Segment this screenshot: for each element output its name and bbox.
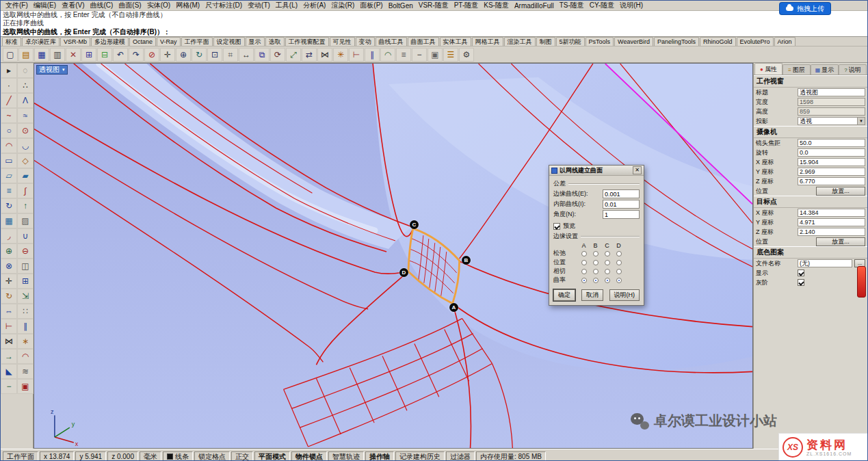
toolbar-tab[interactable]: 实体工具 (440, 37, 471, 46)
copy-icon[interactable]: ⊞ (81, 48, 96, 62)
toolbar-tab[interactable]: 多边形建模 (91, 37, 129, 46)
drape-icon[interactable]: ▨ (17, 213, 34, 228)
menu-item[interactable]: 查看(V) (59, 1, 87, 10)
preview-checkbox[interactable] (553, 223, 560, 230)
edge-radio-a[interactable] (578, 260, 590, 265)
undo-icon[interactable]: ↶ (113, 48, 128, 62)
wallpaper-show-checkbox[interactable] (798, 269, 804, 276)
menu-item[interactable]: BoltGen (386, 2, 416, 10)
polyline-icon[interactable]: Λ (17, 93, 34, 108)
chamfer-icon[interactable]: ◣ (1, 364, 17, 379)
toolbar-tab[interactable]: 显示 (246, 37, 265, 46)
arc-icon[interactable]: ◠ (1, 138, 17, 153)
scale-icon[interactable]: ⇲ (17, 289, 34, 304)
explode-icon[interactable]: ✳ (333, 48, 348, 62)
ok-button[interactable]: 确定 (553, 289, 575, 301)
toolbar-tab[interactable]: 选取 (265, 37, 285, 46)
offset-icon[interactable]: ≋ (17, 364, 34, 379)
polygon-icon[interactable]: ◇ (17, 153, 34, 168)
blendsrf-icon[interactable]: ∪ (17, 228, 34, 243)
ellipse-icon[interactable]: ⊙ (17, 123, 34, 138)
fillet-icon[interactable]: ◠ (380, 48, 395, 62)
toolbar-tab[interactable]: 变动 (356, 37, 375, 46)
toolbar-tab[interactable]: RhinoGold (700, 37, 736, 46)
toolbar-tab[interactable]: 渲染工具 (504, 37, 536, 46)
line-icon[interactable]: ╱ (1, 93, 17, 108)
status-toggle[interactable]: 记录建构历史 (395, 451, 445, 461)
menu-item[interactable]: 工具(L) (273, 1, 300, 10)
toolbar-tab[interactable]: 设定视图 (213, 37, 245, 46)
split-icon[interactable]: ∥ (17, 319, 34, 334)
plane-icon[interactable]: ▰ (17, 168, 34, 183)
tab-layers[interactable]: ≡图层 (782, 64, 811, 75)
offset-icon[interactable]: ≡ (396, 48, 411, 62)
lock-icon[interactable]: ▣ (17, 379, 34, 394)
camera-place-button[interactable]: 放置... (816, 187, 865, 196)
union-icon[interactable]: ⊕ (1, 243, 17, 259)
copy-icon[interactable]: ⊞ (17, 274, 34, 289)
perspective-viewport[interactable]: z x y 透视图 ▾ C B D A 以网线建立曲面 ✕ (34, 63, 753, 449)
menu-item[interactable]: 网格(M) (173, 1, 202, 10)
status-toggle[interactable]: 平面模式 (254, 451, 290, 461)
status-toggle[interactable]: 操作轴 (365, 451, 394, 461)
loft-icon[interactable]: ≡ (1, 183, 17, 198)
status-toggle[interactable]: 锁定格点 (194, 451, 230, 461)
extrude-icon[interactable]: ↑ (17, 198, 34, 213)
edge-radio-a[interactable] (578, 251, 590, 256)
lasso-icon[interactable]: ◌ (17, 63, 34, 78)
camera-value-field[interactable]: 6.770 (798, 177, 865, 185)
mesh-icon[interactable]: ◫ (17, 259, 34, 274)
viewport-title-tab[interactable]: 透视图 ▾ (36, 65, 68, 75)
viewport-title-field[interactable]: 透视图 (798, 88, 865, 96)
camera-value-field[interactable]: 0.0 (798, 148, 865, 157)
target-value-field[interactable]: 14.384 (798, 209, 865, 217)
edge-radio-d[interactable] (613, 251, 624, 256)
target-place-button[interactable]: 放置... (816, 237, 865, 246)
arc3pt-icon[interactable]: ◡ (17, 138, 34, 153)
tab-help[interactable]: ?说明 (839, 64, 867, 75)
angle-input[interactable] (603, 210, 640, 219)
command-prompt[interactable]: 选取网线中的曲线，按 Enter 完成（不自动排序(B)）： (1, 27, 867, 36)
projection-dropdown[interactable]: 透视▼ (798, 117, 865, 125)
edge-radio-b[interactable] (590, 278, 601, 283)
help-button[interactable]: 说明(H) (609, 289, 640, 301)
wallpaper-gray-checkbox[interactable] (798, 279, 804, 286)
join-icon[interactable]: ⋈ (317, 48, 332, 62)
edge-radio-c[interactable] (601, 251, 613, 256)
toolbar-tab[interactable]: EvolutePro (737, 37, 774, 46)
delete-icon[interactable]: ⊘ (144, 48, 159, 62)
extend-icon[interactable]: → (1, 349, 17, 364)
menu-item[interactable]: VSR-随意 (416, 1, 451, 10)
curve-icon[interactable]: ~ (1, 108, 17, 123)
camera-value-field[interactable]: 2.969 (798, 168, 865, 176)
points-icon[interactable]: ∴ (17, 78, 34, 93)
scale-icon[interactable]: ⤢ (286, 48, 301, 62)
circle-icon[interactable]: ○ (1, 123, 17, 138)
camera-value-field[interactable]: 50.0 (798, 139, 865, 147)
mirror-icon[interactable]: ⇔ (1, 304, 17, 319)
target-value-field[interactable]: 4.971 (798, 218, 865, 226)
edge-radio-a[interactable] (578, 269, 590, 274)
open-file-icon[interactable]: ▤ (18, 48, 34, 62)
menu-item[interactable]: TS-随意 (557, 1, 587, 10)
split-icon[interactable]: ∥ (365, 48, 380, 62)
trim-icon[interactable]: ⊢ (349, 48, 364, 62)
menu-item[interactable]: 实体(O) (144, 1, 173, 10)
layer-icon[interactable]: ☰ (443, 48, 458, 62)
rotate-icon[interactable]: ↻ (1, 289, 17, 304)
paste-icon[interactable]: ⊟ (97, 48, 112, 62)
redo-icon[interactable]: ↷ (129, 48, 144, 62)
mirror-icon[interactable]: ⇄ (302, 48, 317, 62)
toolbar-tab[interactable]: 标准 (2, 37, 21, 46)
explode-icon[interactable]: ∗ (17, 334, 34, 349)
move-icon[interactable]: ↔ (239, 48, 254, 62)
new-file-icon[interactable]: ▢ (3, 48, 18, 62)
menu-item[interactable]: 编辑(E) (31, 1, 59, 10)
menu-item[interactable]: 文件(F) (3, 1, 31, 10)
toolbar-tab[interactable]: Arion (774, 37, 795, 46)
toolbar-tab[interactable]: 可见性 (330, 37, 355, 46)
tab-display[interactable]: ▦显示 (811, 64, 839, 75)
zoom-extents-icon[interactable]: ⊡ (207, 48, 222, 62)
menu-item[interactable]: 分析(A) (300, 1, 328, 10)
rotate-view-icon[interactable]: ↻ (192, 48, 207, 62)
